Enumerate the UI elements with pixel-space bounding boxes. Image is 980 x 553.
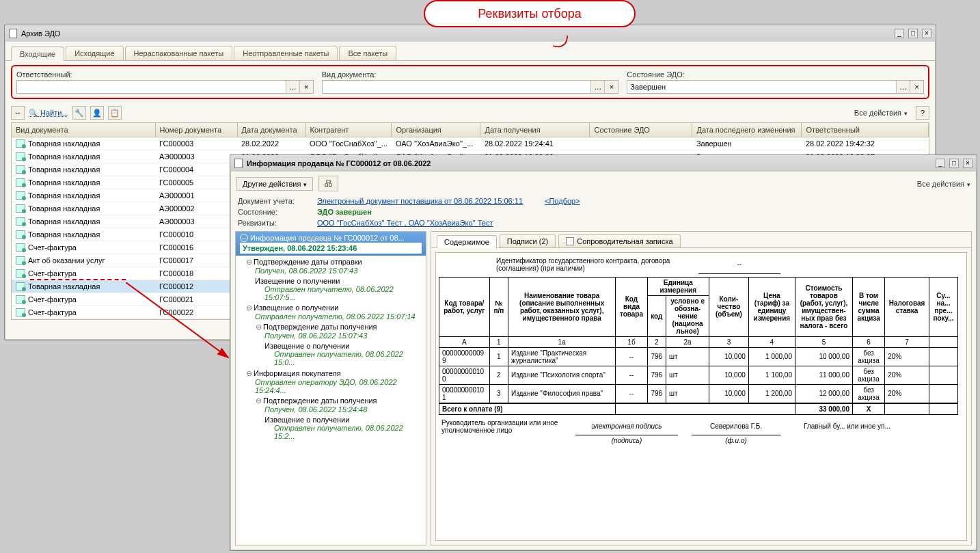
item-row[interactable]: 00000000010 02Издание "Психология спорта… bbox=[439, 366, 958, 384]
minimize-button[interactable]: _ bbox=[895, 29, 904, 38]
state-label: Состояние: bbox=[238, 208, 313, 216]
main-toolbar: ↔ 🔍 Найти... 🔧 👤 📋 Все действия ? bbox=[5, 103, 935, 122]
podbor-link[interactable]: <Подбор> bbox=[545, 197, 580, 205]
tab-content[interactable]: Содержимое bbox=[437, 235, 497, 248]
tree-node[interactable]: Извещение о получении bbox=[254, 304, 338, 312]
detail-window: Информация продавца № ГС000012 от 08.06.… bbox=[230, 154, 977, 551]
tab-all[interactable]: Все пакеты bbox=[339, 46, 396, 60]
edo-state-input[interactable]: … × bbox=[627, 80, 924, 94]
req-label: Реквизиты: bbox=[238, 219, 313, 227]
edo-state-field[interactable] bbox=[627, 81, 896, 93]
tree-node[interactable]: Информация покупателя bbox=[254, 369, 341, 377]
detail-maximize-button[interactable]: □ bbox=[949, 159, 959, 168]
other-actions-button[interactable]: Другие действия bbox=[236, 177, 313, 191]
tree-status: Отправлен оператору ЭДО, 08.06.2022 15:2… bbox=[245, 378, 426, 394]
tree-node[interactable]: Подтверждение даты отправки bbox=[254, 258, 362, 266]
detail-titlebar: Информация продавца № ГС000012 от 08.06.… bbox=[230, 155, 977, 172]
detail-props: Документ учета: Электронный документ пос… bbox=[231, 195, 976, 231]
tree-node[interactable]: Извещение о получении bbox=[264, 416, 349, 424]
tab-signatures[interactable]: Подписи (2) bbox=[500, 234, 556, 247]
tree-node[interactable]: Подтверждение даты получения bbox=[263, 396, 377, 405]
clipboard-button[interactable]: 📋 bbox=[108, 106, 122, 120]
responsible-clear-button[interactable]: × bbox=[299, 81, 313, 93]
doc-icon bbox=[234, 159, 243, 168]
state-value: ЭДО завершен bbox=[317, 208, 372, 216]
maximize-button[interactable]: □ bbox=[908, 29, 918, 38]
detail-title: Информация продавца № ГС000012 от 08.06.… bbox=[247, 159, 931, 167]
doctype-input[interactable]: … × bbox=[322, 80, 619, 94]
filter-panel: Ответственный: … × Вид документа: … × Со… bbox=[11, 65, 929, 99]
edo-state-label: Состояние ЭДО: bbox=[627, 70, 924, 79]
annotation-dashed bbox=[30, 279, 126, 280]
responsible-label: Ответственный: bbox=[16, 70, 314, 79]
doctype-field[interactable] bbox=[323, 81, 591, 93]
detail-close-button[interactable]: × bbox=[963, 159, 972, 168]
detail-all-actions-button[interactable]: Все действия bbox=[917, 180, 970, 188]
status-tree[interactable]: – Информация продавца № ГС000012 от 08..… bbox=[235, 231, 426, 545]
approved-status: Утвержден, 08.06.2022 15:23:46 bbox=[240, 243, 422, 254]
edo-state-lookup-button[interactable]: … bbox=[896, 81, 910, 93]
detail-right-tabs: Содержимое Подписи (2) Сопроводительная … bbox=[431, 232, 971, 248]
responsible-input[interactable]: … × bbox=[16, 80, 314, 94]
tree-status: Отправлен получателю, 08.06.2022 15:07:1… bbox=[245, 312, 426, 321]
document-view[interactable]: Идентификатор государственного контракта… bbox=[435, 252, 967, 541]
help-button[interactable]: ? bbox=[916, 106, 929, 120]
user-button[interactable]: 👤 bbox=[90, 106, 104, 120]
edo-state-clear-button[interactable]: × bbox=[910, 81, 923, 93]
tree-header[interactable]: – Информация продавца № ГС000012 от 08..… bbox=[236, 232, 426, 256]
doc-icon bbox=[9, 29, 17, 38]
tree-status: Получен, 08.06.2022 15:07:43 bbox=[245, 267, 426, 275]
callout-text: Реквизиты отбора bbox=[424, 0, 636, 27]
tree-node[interactable]: Извещение о получении bbox=[264, 342, 349, 350]
tree-status: Отправлен получателю, 08.06.2022 15:0... bbox=[264, 350, 426, 366]
tree-status: Отправлен получателю, 08.06.2022 15:2... bbox=[264, 424, 426, 440]
tree-node[interactable]: Извещение о получении bbox=[255, 277, 340, 285]
uch-link[interactable]: Электронный документ поставщика от 08.06… bbox=[317, 197, 523, 205]
all-actions-button[interactable]: Все действия bbox=[854, 109, 908, 117]
grid-header: Вид документа Номер документа Дата докум… bbox=[12, 123, 929, 137]
tab-unsent[interactable]: Неотправленные пакеты bbox=[234, 46, 338, 60]
doctype-label: Вид документа: bbox=[322, 70, 619, 79]
doctype-lookup-button[interactable]: … bbox=[590, 81, 604, 93]
tab-incoming[interactable]: Входящие bbox=[11, 46, 64, 61]
detail-toolbar: Другие действия 品 Все действия bbox=[231, 172, 976, 195]
req-link[interactable]: ООО ''ГосСнабХоз'' Тест , ОАО ''ХозАвиаЭ… bbox=[317, 219, 493, 227]
tab-unpacked[interactable]: Нераспакованные пакеты bbox=[125, 46, 233, 60]
find-button[interactable]: 🔍 Найти... bbox=[29, 109, 68, 118]
uch-label: Документ учета: bbox=[238, 197, 313, 205]
tab-outgoing[interactable]: Исходящие bbox=[66, 46, 123, 60]
tab-note[interactable]: Сопроводительная записка bbox=[558, 234, 680, 247]
callout-annotation: Реквизиты отбора bbox=[424, 0, 636, 38]
doctype-clear-button[interactable]: × bbox=[604, 81, 618, 93]
tree-status: Получен, 08.06.2022 15:07:43 bbox=[255, 332, 426, 340]
detail-minimize-button[interactable]: _ bbox=[936, 159, 945, 168]
table-row[interactable]: Товарная накладнаяГС00000328.02.2022ООО … bbox=[12, 137, 929, 150]
note-icon bbox=[566, 237, 574, 245]
tree-status: Отправлен получателю, 08.06.2022 15:07:5… bbox=[255, 285, 426, 301]
detail-right: Содержимое Подписи (2) Сопроводительная … bbox=[431, 231, 972, 545]
responsible-field[interactable] bbox=[17, 81, 286, 93]
tree-button[interactable]: 品 bbox=[318, 176, 338, 191]
config-button[interactable]: 🔧 bbox=[72, 106, 86, 120]
item-row[interactable]: 00000000009 91Издание "Практическая журн… bbox=[439, 347, 958, 366]
main-tabs: Входящие Исходящие Нераспакованные пакет… bbox=[5, 42, 935, 61]
item-row[interactable]: 00000000010 13Издание "Философия права"-… bbox=[439, 384, 958, 403]
close-button[interactable]: × bbox=[922, 29, 931, 38]
refresh-button[interactable]: ↔ bbox=[11, 106, 25, 120]
responsible-lookup-button[interactable]: … bbox=[286, 81, 299, 93]
tree-status: Получен, 08.06.2022 15:24:48 bbox=[255, 405, 426, 414]
tree-node[interactable]: Подтверждение даты получения bbox=[263, 323, 377, 331]
